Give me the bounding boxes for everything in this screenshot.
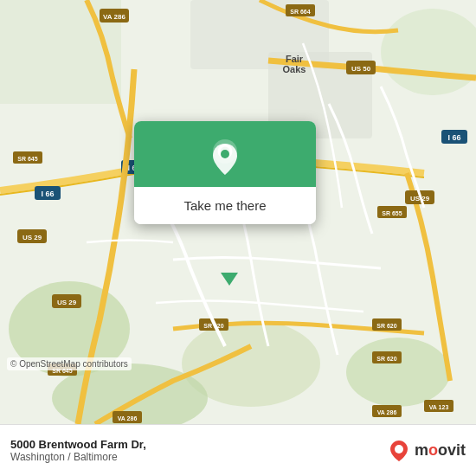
popup-header: [134, 121, 316, 187]
svg-text:VA 286: VA 286: [103, 13, 125, 21]
location-popup: Take me there: [134, 121, 316, 224]
copyright-notice: © OpenStreetMap contributors: [7, 357, 132, 370]
svg-text:VA 286: VA 286: [377, 409, 397, 415]
svg-text:US 29: US 29: [57, 299, 77, 306]
svg-text:SR 664: SR 664: [290, 9, 310, 15]
svg-text:Fair: Fair: [286, 54, 304, 64]
svg-text:SR 620: SR 620: [376, 323, 396, 329]
footer: 5000 Brentwood Farm Dr, Washington / Bal…: [0, 424, 476, 476]
map-area[interactable]: I 66 I 66 US 29 US 29 VA 286 VA 286 VA 2…: [0, 0, 476, 424]
svg-text:Oaks: Oaks: [283, 64, 306, 74]
svg-point-50: [221, 150, 229, 158]
moovit-brand: moovit: [387, 439, 466, 463]
svg-text:US 29: US 29: [23, 234, 42, 241]
svg-text:I 66: I 66: [41, 190, 54, 198]
svg-text:SR 645: SR 645: [17, 156, 37, 162]
svg-point-2: [346, 338, 450, 407]
moovit-pin-icon: [387, 439, 411, 463]
footer-address-block: 5000 Brentwood Farm Dr, Washington / Bal…: [10, 438, 146, 463]
svg-text:VA 123: VA 123: [429, 404, 449, 410]
svg-point-51: [395, 445, 403, 453]
svg-text:SR 655: SR 655: [382, 210, 402, 216]
location-pin-icon: [206, 137, 244, 175]
svg-text:VA 286: VA 286: [118, 415, 138, 421]
moovit-logo-text: moovit: [415, 441, 466, 460]
svg-text:SR 620: SR 620: [376, 356, 396, 362]
svg-text:US 50: US 50: [351, 65, 371, 73]
svg-text:I 66: I 66: [447, 133, 460, 142]
take-me-there-button[interactable]: Take me there: [134, 187, 316, 224]
address-text: 5000 Brentwood Farm Dr,: [10, 438, 146, 451]
city-text: Washington / Baltimore: [10, 451, 146, 463]
